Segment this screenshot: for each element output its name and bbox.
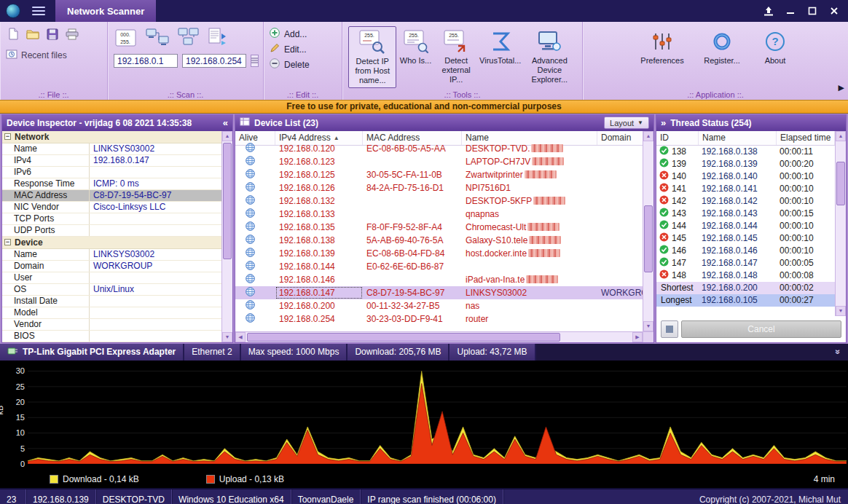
inspector-row[interactable]: IPv4192.168.0.147 [2,155,221,167]
inspector-row[interactable]: UDP Ports [2,225,221,237]
delete-button[interactable]: Delete [270,57,336,72]
scroll-down-icon[interactable]: ▼ [643,321,653,331]
recent-files-button[interactable]: Recent files [6,49,101,61]
device-row[interactable]: 192.168.0.146iPad-van-Ina.te [235,273,643,286]
scan-report-icon[interactable] [207,26,229,48]
detect-ip-from-hostname-button[interactable]: 255. Detect IP from Host name... [348,26,396,88]
inspector-row[interactable]: NameLINKSYS03002 [2,143,221,155]
thread-row[interactable]: 146192.168.0.14600:00:10 [656,245,835,257]
thread-row[interactable]: 145192.168.0.14500:00:10 [656,232,835,245]
collapse-graph-icon[interactable]: » [828,344,848,361]
advanced-device-explorer-button[interactable]: Advanced Device Explorer... [523,26,576,87]
preferences-button[interactable]: Preferences [638,26,686,68]
virustotal-button[interactable]: VirusTotal... [478,26,523,68]
collapse-minus-icon[interactable]: − [4,239,11,245]
scroll-down-icon[interactable]: ▼ [222,332,232,342]
about-button[interactable]: ? About [758,26,793,68]
cancel-button[interactable]: Cancel [681,320,841,338]
print-button[interactable] [64,26,80,42]
inspector-row[interactable]: NameLINKSYS03002 [2,249,221,261]
inspector-row[interactable]: MAC AddressC8-D7-19-54-BC-97 [2,190,221,202]
device-row[interactable]: 192.168.0.1385A-AB-69-40-76-5AGalaxy-S10… [235,234,643,247]
adapter-name-segment[interactable]: TP-Link Gigabit PCI Express Adapter [0,344,184,361]
stop-button[interactable] [661,320,678,338]
edit-button[interactable]: Edit... [270,42,336,57]
collapse-minus-icon[interactable]: − [4,133,11,140]
column-header-elapsed-time[interactable]: Elapsed time [777,131,835,145]
minimize-button[interactable] [780,1,801,20]
device-row[interactable]: 192.168.0.120EC-08-6B-05-A5-AADESKTOP-TV… [235,142,643,155]
ip-computers-icon[interactable] [176,26,201,48]
thread-row[interactable]: 143192.168.0.14300:00:15 [656,208,835,220]
device-row[interactable]: 192.168.0.20000-11-32-34-27-B5nas [235,299,643,312]
inspector-row[interactable]: IPv6 [2,167,221,178]
save-button[interactable] [45,26,60,42]
device-row[interactable]: 192.168.0.25430-23-03-DD-F9-41router [235,312,643,326]
device-list-vscrollbar[interactable]: ▲ ▼ [643,131,653,331]
device-mac: 5A-AB-69-40-76-5A [363,234,462,247]
toolbar-overflow-arrow[interactable]: ▶ [839,83,844,92]
thread-summary-row[interactable]: Shortest192.168.0.20000:00:02 [656,282,835,294]
network-computers-icon[interactable] [144,26,170,48]
inspector-row[interactable]: TCP Ports [2,213,221,225]
inspector-vscrollbar[interactable]: ▲ ▼ [221,131,232,342]
scroll-up-icon[interactable]: ▲ [222,131,232,141]
device-row[interactable]: 192.168.0.144E0-62-6E-6D-B6-87 [235,260,643,273]
register-button[interactable]: Register... [699,26,745,68]
publish-icon[interactable] [758,1,780,20]
thread-row[interactable]: 142192.168.0.14200:00:10 [656,195,835,208]
scroll-down-icon[interactable]: ▼ [836,306,846,316]
thread-row[interactable]: 140192.168.0.14000:00:10 [656,170,835,183]
scan-range-end-input[interactable] [182,54,246,68]
maximize-button[interactable] [801,1,823,20]
thread-summary-row[interactable]: Longest192.168.0.10500:00:27 [656,294,835,307]
tab-network-scanner[interactable]: Network Scanner [55,0,156,22]
device-row[interactable]: 192.168.0.12684-2A-FD-75-16-D1NPI7516D1 [235,181,643,194]
thread-row[interactable]: 138192.168.0.13800:00:11 [656,146,835,158]
collapse-left-icon[interactable]: « [223,117,228,128]
inspector-row[interactable]: Vendor [2,319,221,331]
thread-row[interactable]: 147192.168.0.14700:00:05 [656,257,835,269]
scroll-up-icon[interactable]: ▲ [836,131,846,141]
expand-right-icon[interactable]: » [661,117,666,128]
inspector-group-row[interactable]: −Device [2,237,221,249]
open-file-button[interactable] [25,26,41,42]
layout-dropdown-button[interactable]: Layout ▼ [604,117,649,129]
device-row[interactable]: 192.168.0.139EC-08-6B-04-FD-84host.docke… [235,247,643,260]
close-button[interactable] [823,1,845,20]
device-list-hscrollbar[interactable]: ◀ ▶ [235,331,653,342]
scan-range-start-input[interactable] [114,54,178,68]
inspector-row[interactable]: BIOS [2,331,221,342]
inspector-row[interactable]: User [2,272,221,284]
new-file-button[interactable] [6,26,20,42]
scroll-left-icon[interactable]: ◀ [235,332,246,342]
inspector-group-row[interactable]: −Network [2,131,221,143]
column-header-id[interactable]: ID [656,131,699,145]
range-options-button[interactable] [251,55,259,67]
ip-range-icon[interactable]: 000.255. [114,28,138,48]
scroll-up-icon[interactable]: ▲ [643,131,653,141]
detect-external-ip-button[interactable]: 255. Detect external IP... [435,26,478,87]
device-row[interactable]: 192.168.0.123LAPTOP-CH7JV [235,155,643,168]
device-row[interactable]: 192.168.0.135F8-0F-F9-52-8F-A4Chromecast… [235,221,643,234]
inspector-row[interactable]: OSUnix/Linux [2,284,221,296]
inspector-row[interactable]: Response TimeICMP: 0 ms [2,178,221,190]
menu-hamburger-icon[interactable] [32,7,45,15]
thread-status-vscrollbar[interactable]: ▲ ▼ [835,131,846,316]
inspector-row[interactable]: DomainWORKGROUP [2,261,221,272]
device-row[interactable]: 192.168.0.12530-05-5C-FA-11-0BZwartwitpr… [235,168,643,181]
device-row[interactable]: 192.168.0.132DESKTOP-5KFP [235,194,643,208]
device-row[interactable]: 192.168.0.147C8-D7-19-54-BC-97LINKSYS030… [235,286,643,299]
inspector-row[interactable]: Model [2,307,221,319]
column-header-name[interactable]: Name [699,131,777,145]
scroll-right-icon[interactable]: ▶ [632,332,643,342]
device-row[interactable]: 192.168.0.133qnapnas [235,208,643,221]
whois-button[interactable]: 255. Who Is... [396,26,434,68]
thread-row[interactable]: 144192.168.0.14400:00:10 [656,220,835,232]
thread-row[interactable]: 139192.168.0.13900:00:20 [656,158,835,170]
inspector-row[interactable]: Install Date [2,296,221,307]
add-button[interactable]: Add... [270,26,336,42]
thread-row[interactable]: 148192.168.0.14800:00:08 [656,269,835,282]
inspector-row[interactable]: NIC VendorCisco-Linksys LLC [2,202,221,213]
thread-row[interactable]: 141192.168.0.14100:00:10 [656,183,835,195]
